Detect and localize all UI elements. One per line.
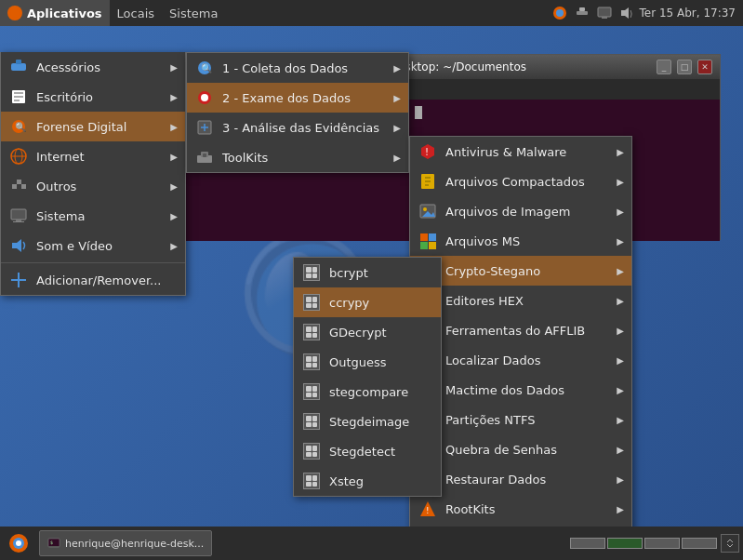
menu-item-others[interactable]: Outros ▶ xyxy=(1,171,185,201)
submenu3-crypto[interactable]: Crypto-Stegano ▶ xyxy=(410,256,631,286)
submenu3-senhas[interactable]: Quebra de Senhas ▶ xyxy=(410,434,631,464)
taskbar-apps-icon[interactable] xyxy=(4,528,33,558)
submenu3-rootkits[interactable]: ! RootKits ▶ xyxy=(410,494,631,524)
arrow-icon: ▶ xyxy=(617,266,624,276)
submenu4-gdecrypt[interactable]: GDecrypt xyxy=(294,317,441,347)
svg-rect-50 xyxy=(420,242,428,249)
svg-point-33 xyxy=(201,94,208,101)
submenu3-hex[interactable]: HEX Editores HEX ▶ xyxy=(410,286,631,315)
taskbar-right xyxy=(570,534,743,553)
submenu3-mactime[interactable]: Mactime dos Dados ▶ xyxy=(410,375,631,405)
arrow-icon: ▶ xyxy=(170,92,178,102)
task-label: henrique@henrique-desk... xyxy=(65,538,204,550)
submenu3-restaurar[interactable]: Restaurar Dados ▶ xyxy=(410,464,631,494)
network-icon[interactable] xyxy=(573,4,591,22)
arquivos-imagem-icon xyxy=(418,201,438,221)
svg-rect-48 xyxy=(420,233,428,241)
scroll-icon[interactable] xyxy=(721,534,739,553)
menu-item-office[interactable]: Escritório ▶ xyxy=(1,82,185,112)
submenu3-afflib[interactable]: Ferramentas do AFFLIB ▶ xyxy=(410,315,631,345)
svg-point-46 xyxy=(423,207,427,211)
svg-rect-14 xyxy=(14,96,23,98)
exame-icon xyxy=(194,87,215,108)
submenu4-stegcompare[interactable]: stegcompare xyxy=(294,377,441,407)
arrow-icon: ▶ xyxy=(617,177,624,187)
arrow-icon: ▶ xyxy=(170,152,178,162)
workspace-3[interactable] xyxy=(644,538,680,549)
submenu2-toolkits[interactable]: ToolKits ▶ xyxy=(187,142,408,172)
menu-item-sound[interactable]: Som e Vídeo ▶ xyxy=(1,231,185,260)
menu-item-forensic[interactable]: 🔍 Forense Digital ▶ xyxy=(1,112,185,141)
display-icon[interactable] xyxy=(595,4,614,22)
submenu3-arquivos-imagem[interactable]: Arquivos de Imagem ▶ xyxy=(410,196,631,226)
svg-rect-13 xyxy=(14,92,23,94)
submenu2-analise[interactable]: 3 - Análise das Evidências ▶ xyxy=(187,113,408,142)
arrow-icon: ▶ xyxy=(170,62,178,73)
svg-rect-76 xyxy=(48,546,60,547)
svg-rect-26 xyxy=(13,221,24,222)
workspace-2[interactable] xyxy=(607,538,643,549)
submenu3-arquivos-compactados[interactable]: Arquivos Compactados ▶ xyxy=(410,167,631,196)
arrow-icon: ▶ xyxy=(617,236,624,247)
arrow-icon: ▶ xyxy=(617,326,624,336)
gdecrypt-icon xyxy=(301,322,322,342)
submenu4-stegdetect[interactable]: Stegdetect xyxy=(294,436,441,466)
bcrypt-icon xyxy=(301,262,322,283)
svg-text:$: $ xyxy=(50,540,53,545)
volume-icon[interactable]: ) xyxy=(617,4,636,22)
submenu3-arquivos-ms[interactable]: Arquivos MS ▶ xyxy=(410,226,631,256)
svg-text:🔍: 🔍 xyxy=(15,121,27,133)
svg-rect-23 xyxy=(21,184,26,189)
svg-text:): ) xyxy=(630,10,632,19)
apps-icon xyxy=(7,6,22,20)
submenu-forense: 🔍 1 - Coleta dos Dados ▶ 2 - Exame dos D… xyxy=(186,52,409,173)
svg-rect-51 xyxy=(429,242,436,249)
ccrypy-icon xyxy=(301,292,322,313)
svg-rect-42 xyxy=(425,177,431,179)
menu-item-internet[interactable]: Internet ▶ xyxy=(1,141,185,171)
arrow-icon: ▶ xyxy=(393,153,401,163)
app-menu: Acessórios ▶ Escritório ▶ 🔍 Forense xyxy=(0,52,186,296)
stegdeimage-icon xyxy=(301,411,322,432)
arrow-icon: ▶ xyxy=(393,123,401,133)
arrow-icon: ▶ xyxy=(170,241,178,251)
workspace-1[interactable] xyxy=(570,538,605,549)
submenu-crypto: bcrypt ccrypy xyxy=(293,257,442,497)
others-icon xyxy=(8,176,29,196)
svg-rect-43 xyxy=(425,180,431,182)
system-menu[interactable]: Sistema xyxy=(162,0,225,26)
arrow-icon: ▶ xyxy=(617,355,624,366)
arrow-icon: ▶ xyxy=(617,415,624,425)
submenu4-stegdeimage[interactable]: Stegdeimage xyxy=(294,407,441,436)
svg-marker-7 xyxy=(621,7,629,19)
submenu4-ccrypy[interactable]: ccrypy xyxy=(294,287,441,317)
submenu4-xsteg[interactable]: Xsteg xyxy=(294,466,441,496)
submenu3-ntfs[interactable]: NTFS Partições NTFS ▶ xyxy=(410,405,631,434)
menu-item-accessories[interactable]: Acessórios ▶ xyxy=(1,52,185,82)
taskbar-task-item[interactable]: $ henrique@henrique-desk... xyxy=(39,530,212,556)
coleta-icon: 🔍 xyxy=(194,58,215,78)
svg-rect-4 xyxy=(579,7,585,11)
menu-item-add-remove[interactable]: Adicionar/Remover... xyxy=(1,265,185,295)
arrow-icon: ▶ xyxy=(617,474,624,485)
svg-rect-10 xyxy=(11,63,26,71)
xsteg-icon xyxy=(301,471,322,491)
svg-rect-49 xyxy=(429,233,436,241)
applications-menu-button[interactable]: Aplicativos xyxy=(0,0,110,26)
submenu4-bcrypt[interactable]: bcrypt xyxy=(294,258,441,287)
arrow-icon: ▶ xyxy=(393,63,401,73)
submenu3-localizar[interactable]: Localizar Dados ▶ xyxy=(410,345,631,375)
workspace-4[interactable] xyxy=(682,538,717,549)
accessories-icon xyxy=(8,57,29,77)
system-icon xyxy=(8,206,29,226)
stegdetect-icon xyxy=(301,441,322,461)
submenu2-coleta[interactable]: 🔍 1 - Coleta dos Dados ▶ xyxy=(187,53,408,83)
submenu4-outguess[interactable]: Outguess xyxy=(294,347,441,377)
submenu2-exame[interactable]: 2 - Exame dos Dados ▶ xyxy=(187,83,408,113)
svg-text:🔍: 🔍 xyxy=(201,62,213,74)
submenu3-antivirus[interactable]: ! Antivirus & Malware ▶ xyxy=(410,137,631,167)
firefox-icon[interactable] xyxy=(551,4,569,22)
menu-item-system[interactable]: Sistema ▶ xyxy=(1,201,185,231)
analise-icon xyxy=(194,117,215,138)
places-menu[interactable]: Locais xyxy=(110,0,162,26)
